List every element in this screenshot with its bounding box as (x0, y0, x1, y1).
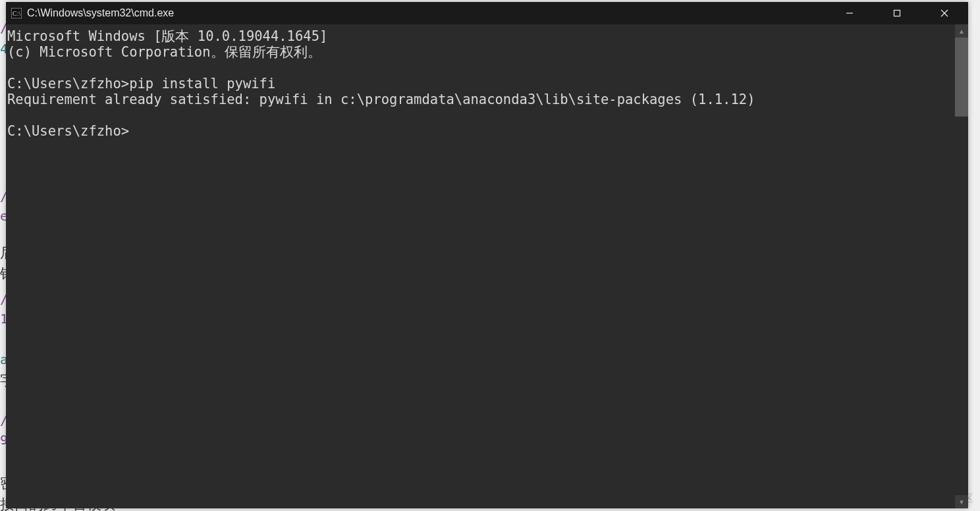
cmd-icon: C:\ (11, 8, 22, 18)
scroll-thumb[interactable] (955, 38, 968, 117)
svg-text:C:\: C:\ (13, 10, 20, 17)
minimize-button[interactable] (826, 2, 873, 24)
maximize-button[interactable] (873, 2, 921, 24)
cmd-window: C:\ C:\Windows\system32\cmd.exe Microsof… (6, 2, 968, 508)
titlebar[interactable]: C:\ C:\Windows\system32\cmd.exe (6, 2, 968, 24)
scrollbar-vertical[interactable]: ▲ ▼ (955, 24, 968, 508)
window-title: C:\Windows\system32\cmd.exe (27, 7, 174, 19)
close-button[interactable] (921, 2, 968, 24)
scroll-up-button[interactable]: ▲ (955, 24, 968, 38)
terminal-output[interactable]: Microsoft Windows [版本 10.0.19044.1645] (… (6, 24, 955, 508)
page-backdrop: //p6-juejin.byteimg.com/tos-cn-i-4 -wate… (0, 0, 980, 511)
svg-rect-3 (894, 11, 900, 16)
scroll-down-button[interactable]: ▼ (955, 495, 968, 508)
